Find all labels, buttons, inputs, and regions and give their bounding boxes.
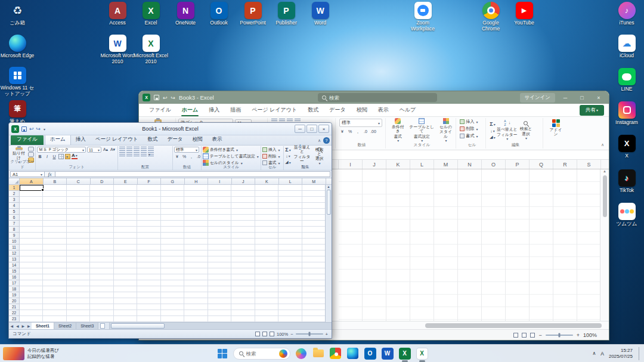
format-as-table-button[interactable]: テーブルとして書式設定	[203, 153, 259, 159]
close-button[interactable]	[318, 125, 329, 133]
last-sheet-icon[interactable]: ▶	[27, 324, 30, 328]
selected-cell-A1[interactable]	[20, 185, 44, 191]
tray-overflow-chevron[interactable]: ∧	[592, 351, 596, 356]
conditional-formatting-button[interactable]: 条件付き書式	[389, 117, 407, 144]
desktop-icon-word-2010[interactable]: W Microsoft Word 2010	[100, 35, 135, 65]
collapse-ribbon-icon[interactable]: ∧	[601, 143, 604, 147]
redo-icon[interactable]: ↪	[171, 95, 176, 101]
desktop-icon-zoom[interactable]: Zoom Workplace	[405, 2, 440, 32]
copy-icon[interactable]	[28, 152, 34, 157]
align-top-icon[interactable]	[119, 147, 125, 151]
autosum-button[interactable]: Σ	[285, 147, 291, 153]
column-header[interactable]: L	[410, 160, 434, 169]
align-left-icon[interactable]	[119, 152, 125, 157]
undo-icon[interactable]: ↩	[29, 126, 34, 132]
align-right-icon[interactable]	[134, 152, 140, 157]
bold-button[interactable]: B	[37, 153, 43, 159]
ribbon-tab[interactable]: ホーム	[177, 104, 203, 116]
sort-filter-button[interactable]: 並べ替えとフィルター	[292, 147, 312, 165]
desktop-icon-powerpoint[interactable]: P PowerPoint	[236, 2, 270, 26]
cell-styles-button[interactable]: セルのスタイル	[437, 117, 454, 144]
zoom-out-button[interactable]: −	[290, 332, 293, 337]
column-header[interactable]: L	[279, 178, 303, 184]
ribbon-tab[interactable]: 表示	[373, 104, 394, 116]
search-input[interactable]	[246, 351, 277, 357]
column-header[interactable]: K	[255, 178, 279, 184]
scroll-up-icon[interactable]: ▲	[327, 185, 330, 188]
column-header[interactable]: R	[553, 160, 577, 169]
column-header[interactable]: J	[363, 160, 386, 169]
vertical-scrollbar[interactable]: ▲	[600, 169, 609, 321]
taskbar-edge[interactable]	[346, 347, 360, 360]
minimize-ribbon-icon[interactable]: ∧	[318, 138, 321, 143]
column-header[interactable]: H	[185, 178, 209, 184]
decrease-decimal-button[interactable]: .00	[370, 128, 376, 134]
row-header[interactable]: 20	[9, 298, 20, 304]
ribbon-tab[interactable]: 挿入	[71, 135, 91, 145]
sheet-tab[interactable]: Sheet1	[32, 323, 54, 329]
page-break-view-icon[interactable]	[530, 333, 535, 338]
desktop-icon-onenote[interactable]: N OneNote	[168, 2, 203, 26]
row-header[interactable]: 19	[9, 292, 20, 298]
scroll-up-icon[interactable]: ▲	[603, 169, 606, 173]
scrollbar-thumb[interactable]	[111, 323, 165, 329]
desktop-icon-outlook[interactable]: O Outlook	[202, 2, 236, 26]
ribbon-tab[interactable]: 表示	[207, 135, 227, 145]
page-break-view-icon[interactable]	[270, 332, 274, 336]
ribbon-tab[interactable]: ファイル	[144, 104, 177, 116]
zoom-out-button[interactable]: −	[538, 332, 541, 338]
row-header[interactable]: 21	[9, 304, 20, 310]
sort-filter-button[interactable]: 並べ替えとフィルター	[496, 119, 519, 142]
ribbon-tab[interactable]: 数式	[143, 135, 162, 145]
insert-cells-button[interactable]: 挿入	[262, 147, 282, 153]
ribbon-search[interactable]	[318, 93, 437, 102]
close-button[interactable]	[592, 91, 605, 104]
column-header[interactable]: D	[91, 178, 114, 184]
orientation-icon[interactable]	[141, 147, 147, 151]
ribbon-tab[interactable]: ページ レイアウト	[91, 135, 143, 145]
fill-color-button[interactable]	[65, 154, 70, 159]
column-header[interactable]: A	[20, 178, 44, 184]
row-header[interactable]: 6	[9, 215, 20, 221]
desktop-icon-fudemame[interactable]: 筆 筆まめ	[0, 100, 35, 125]
increase-decimal-button[interactable]: .0	[363, 128, 369, 134]
share-button[interactable]: 共有	[580, 105, 604, 116]
column-header[interactable]: I	[339, 160, 363, 169]
column-header[interactable]: M	[302, 178, 326, 184]
find-select-button[interactable]: 検索と選択	[519, 120, 534, 141]
column-header[interactable]: S	[577, 160, 601, 169]
excel-2010-titlebar[interactable]: X ↩ ↪ Book1 - Microsoft Excel	[9, 123, 332, 135]
ime-indicator[interactable]: A	[600, 351, 604, 357]
desktop-icon-chrome[interactable]: Google Chrome	[473, 2, 508, 32]
column-header[interactable]: J	[232, 178, 256, 184]
show-desktop-button[interactable]	[639, 347, 640, 360]
desktop-icon-win11-setup[interactable]: Windows 11 セットアップ	[0, 67, 35, 97]
align-center-icon[interactable]	[126, 152, 132, 157]
cut-icon[interactable]	[28, 147, 34, 151]
vertical-scrollbar[interactable]: ▲	[325, 185, 332, 322]
taskbar-copilot[interactable]	[295, 347, 308, 360]
ribbon-tab[interactable]: データ	[324, 104, 351, 116]
row-header[interactable]: 17	[9, 280, 20, 286]
desktop-icon-excel[interactable]: X Excel	[134, 2, 168, 26]
row-header[interactable]: 9	[9, 233, 20, 239]
comma-button[interactable]: ,	[188, 153, 194, 159]
zoom-level[interactable]: 100%	[583, 332, 597, 338]
format-cells-button[interactable]: 書式	[460, 133, 478, 139]
maximize-button[interactable]	[306, 125, 317, 133]
insert-cells-button[interactable]: 挿入	[460, 119, 478, 125]
row-header[interactable]: 4	[9, 203, 20, 209]
font-name-combo[interactable]: ＭＳ Ｐゴシック	[37, 147, 86, 153]
minimize-button[interactable]	[295, 125, 305, 133]
start-button[interactable]	[216, 347, 229, 360]
column-header[interactable]: I	[208, 178, 232, 184]
desktop-icon-x[interactable]: X X	[609, 135, 644, 159]
delete-cells-button[interactable]: 削除	[262, 153, 282, 159]
taskbar-outlook[interactable]: O	[364, 347, 377, 360]
column-header[interactable]: E	[114, 178, 138, 184]
delete-cells-button[interactable]: 削除	[460, 126, 478, 132]
zoom-slider[interactable]	[296, 333, 323, 335]
page-layout-view-icon[interactable]	[262, 332, 267, 336]
find-select-button[interactable]: 検索と選択	[313, 147, 326, 165]
ribbon-tab[interactable]: 校閲	[351, 104, 373, 116]
